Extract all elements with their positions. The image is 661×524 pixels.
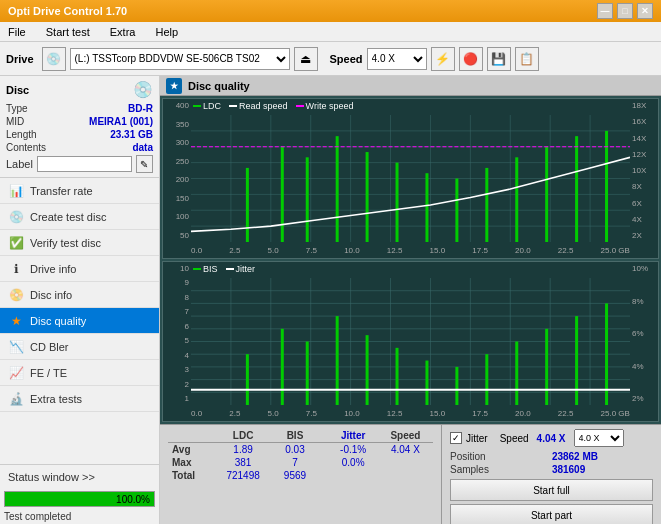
max-jitter: 0.0%	[328, 456, 377, 469]
close-button[interactable]: ✕	[637, 3, 653, 19]
contents-label: Contents	[6, 142, 46, 153]
extra-tests-icon: 🔬	[8, 391, 24, 407]
drive-label: Drive	[6, 53, 34, 65]
col-jitter: Jitter	[328, 429, 377, 443]
menu-start-test[interactable]: Start test	[42, 24, 94, 40]
nav-disc-info[interactable]: 📀 Disc info	[0, 282, 159, 308]
btn2[interactable]: 💾	[487, 47, 511, 71]
legend-jitter: Jitter	[226, 264, 256, 274]
nav-fe-te[interactable]: 📈 FE / TE	[0, 360, 159, 386]
ldc-y-axis-right: 18X16X14X12X10X8X6X4X2X	[630, 99, 658, 242]
nav-transfer-rate-label: Transfer rate	[30, 185, 93, 197]
speed-icon[interactable]: ⚡	[431, 47, 455, 71]
nav-transfer-rate[interactable]: 📊 Transfer rate	[0, 178, 159, 204]
type-label: Type	[6, 103, 28, 114]
max-label: Max	[168, 456, 213, 469]
svg-rect-60	[545, 329, 548, 405]
svg-rect-21	[366, 152, 369, 242]
disc-panel-title: Disc	[6, 84, 29, 96]
progress-bar-container: 100.0%	[4, 491, 155, 507]
total-ldc: 721498	[213, 469, 273, 482]
disc-panel: Disc 💿 Type BD-R MID MEIRA1 (001) Length…	[0, 76, 159, 178]
legend-write-speed: Write speed	[296, 101, 354, 111]
menu-file[interactable]: File	[4, 24, 30, 40]
speed-display-label: Speed	[500, 433, 529, 444]
nav-extra-tests[interactable]: 🔬 Extra tests	[0, 386, 159, 412]
avg-jitter: -0.1%	[328, 443, 377, 457]
jitter-checkbox[interactable]: ✓	[450, 432, 462, 444]
status-section: Status window >> 100.0% Test completed	[0, 464, 159, 524]
ldc-chart: LDC Read speed Write speed 4003503002502…	[162, 98, 659, 259]
content-area: ★ Disc quality LDC Read speed	[160, 76, 661, 524]
btn3[interactable]: 📋	[515, 47, 539, 71]
status-text: Test completed	[0, 509, 159, 524]
ldc-chart-area	[191, 115, 630, 242]
ldc-x-axis: 0.02.55.07.510.012.515.017.520.022.525.0…	[191, 242, 630, 258]
drive-icon-btn[interactable]: 💿	[42, 47, 66, 71]
nav-verify-test-disc[interactable]: ✅ Verify test disc	[0, 230, 159, 256]
verify-test-disc-icon: ✅	[8, 235, 24, 251]
action-buttons: Start full Start part	[450, 479, 653, 524]
nav-drive-info-label: Drive info	[30, 263, 76, 275]
ldc-y-axis-left: 40035030025020015010050	[163, 99, 191, 242]
maximize-button[interactable]: □	[617, 3, 633, 19]
btn1[interactable]: 🔴	[459, 47, 483, 71]
svg-rect-28	[575, 136, 578, 242]
svg-rect-26	[515, 157, 518, 242]
menu-help[interactable]: Help	[151, 24, 182, 40]
svg-rect-25	[485, 168, 488, 242]
svg-rect-57	[455, 367, 458, 405]
status-window-nav[interactable]: Status window >>	[0, 465, 159, 489]
disc-quality-icon: ★	[8, 313, 24, 329]
label-label: Label	[6, 158, 33, 170]
menu-extra[interactable]: Extra	[106, 24, 140, 40]
disc-quality-header: ★ Disc quality	[160, 76, 661, 96]
nav-fe-te-label: FE / TE	[30, 367, 67, 379]
disc-quality-title: Disc quality	[188, 80, 250, 92]
speed-label: Speed	[330, 53, 363, 65]
legend-ldc-label: LDC	[203, 101, 221, 111]
progress-text: 100.0%	[116, 492, 150, 508]
bis-chart-area	[191, 278, 630, 405]
sidebar: Disc 💿 Type BD-R MID MEIRA1 (001) Length…	[0, 76, 160, 524]
bis-chart: BIS Jitter 10987654321 10%8%6%4%2%	[162, 261, 659, 422]
stats-table: LDC BIS Jitter Speed Avg 1.89 0.03	[168, 429, 433, 482]
ldc-chart-svg	[191, 115, 630, 242]
col-ldc: LDC	[213, 429, 273, 443]
nav-cd-bler-label: CD Bler	[30, 341, 69, 353]
label-input[interactable]	[37, 156, 132, 172]
eject-button[interactable]: ⏏	[294, 47, 318, 71]
nav-disc-quality[interactable]: ★ Disc quality	[0, 308, 159, 334]
legend-bis: BIS	[193, 264, 218, 274]
nav-cd-bler[interactable]: 📉 CD Bler	[0, 334, 159, 360]
bis-x-axis: 0.02.55.07.510.012.515.017.520.022.525.0…	[191, 405, 630, 421]
nav-create-test-disc[interactable]: 💿 Create test disc	[0, 204, 159, 230]
label-edit-button[interactable]: ✎	[136, 155, 153, 173]
nav-drive-info[interactable]: ℹ Drive info	[0, 256, 159, 282]
svg-rect-27	[545, 147, 548, 242]
col-speed: Speed	[378, 429, 433, 443]
max-bis: 7	[273, 456, 317, 469]
svg-rect-19	[306, 157, 309, 242]
legend-write-speed-label: Write speed	[306, 101, 354, 111]
svg-rect-55	[396, 348, 399, 405]
svg-rect-54	[366, 335, 369, 405]
legend-read-speed-label: Read speed	[239, 101, 288, 111]
max-ldc: 381	[213, 456, 273, 469]
create-test-disc-icon: 💿	[8, 209, 24, 225]
bis-y-axis-left: 10987654321	[163, 262, 191, 405]
speed-display-select[interactable]: 4.0 X	[574, 429, 624, 447]
avg-label: Avg	[168, 443, 213, 457]
svg-rect-17	[246, 168, 249, 242]
minimize-button[interactable]: —	[597, 3, 613, 19]
nav-disc-quality-label: Disc quality	[30, 315, 86, 327]
disc-icon: 💿	[133, 80, 153, 99]
svg-rect-52	[306, 342, 309, 406]
speed-select[interactable]: 4.0 X	[367, 48, 427, 70]
drive-select[interactable]: (L:) TSSTcorp BDDVDW SE-506CB TS02	[70, 48, 290, 70]
svg-rect-18	[281, 147, 284, 242]
disc-info-icon: 📀	[8, 287, 24, 303]
start-full-button[interactable]: Start full	[450, 479, 653, 501]
ldc-legend: LDC Read speed Write speed	[193, 101, 353, 111]
start-part-button[interactable]: Start part	[450, 504, 653, 524]
